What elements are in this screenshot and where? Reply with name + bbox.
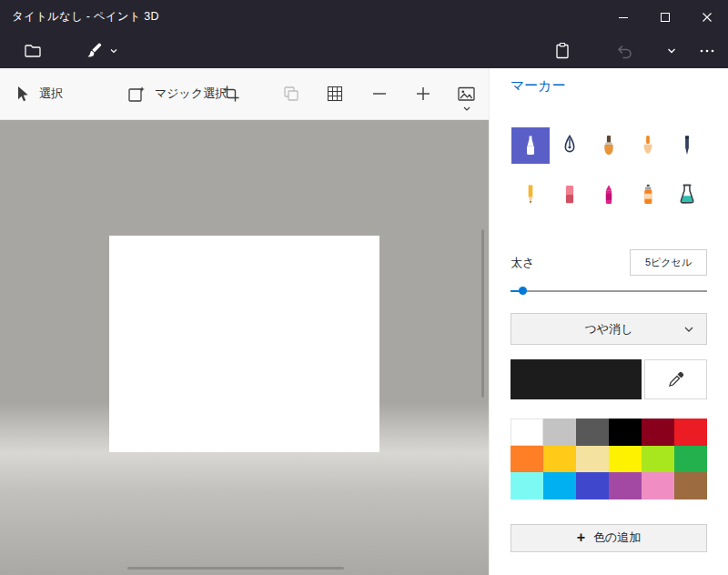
thickness-slider[interactable] <box>511 287 707 296</box>
palette-swatch[interactable] <box>609 446 642 473</box>
palette-swatch[interactable] <box>609 419 642 446</box>
finish-dropdown[interactable]: つや消し <box>511 313 707 345</box>
palette-swatch[interactable] <box>674 446 707 473</box>
maximize-button[interactable] <box>644 0 686 34</box>
vertical-scrollbar[interactable] <box>481 229 484 398</box>
palette-swatch[interactable] <box>576 472 609 499</box>
edit-toolbar: 選択 マジック選択 <box>0 68 489 120</box>
finish-selected-label: つや消し <box>585 321 633 338</box>
palette-swatch[interactable] <box>642 446 674 473</box>
horizontal-scrollbar[interactable] <box>127 567 344 570</box>
zoom-out-icon <box>370 85 389 103</box>
current-color-swatch[interactable] <box>511 359 642 399</box>
fill-icon <box>674 182 700 207</box>
slider-thumb[interactable] <box>519 287 527 295</box>
crop-icon <box>222 85 240 103</box>
brush-menu-button[interactable] <box>82 34 120 68</box>
oil-brush-icon <box>596 133 622 158</box>
tool-fill[interactable] <box>668 177 706 213</box>
more-options-button[interactable] <box>693 34 721 68</box>
window-controls <box>602 0 728 34</box>
thickness-label: 太さ <box>511 255 534 271</box>
current-color-row <box>511 359 707 399</box>
slider-track[interactable] <box>511 290 707 292</box>
crop-button[interactable] <box>222 68 240 119</box>
palette-swatch[interactable] <box>576 446 609 473</box>
grid-button[interactable] <box>326 68 344 119</box>
close-button[interactable] <box>686 0 728 34</box>
chevron-down-icon <box>683 325 694 334</box>
tool-pencil[interactable] <box>511 177 550 213</box>
menu-bar <box>0 34 728 68</box>
copy-icon <box>282 85 300 103</box>
window-title: タイトルなし - ペイント 3D <box>12 0 159 34</box>
zoom-in-button[interactable] <box>414 68 432 119</box>
open-folder-button[interactable] <box>20 34 46 68</box>
history-dropdown-button[interactable] <box>661 34 682 68</box>
tool-eraser[interactable] <box>551 177 589 213</box>
thickness-input[interactable] <box>630 249 707 276</box>
paste-icon <box>552 41 572 61</box>
add-color-label: 色の追加 <box>593 530 641 546</box>
eraser-icon <box>557 182 582 207</box>
tool-crayon[interactable] <box>590 177 628 213</box>
palette-swatch[interactable] <box>543 419 576 446</box>
zoom-in-icon <box>414 85 432 103</box>
spray-can-icon <box>635 182 661 207</box>
brush-icon <box>85 41 105 61</box>
magic-select-icon <box>127 85 147 104</box>
palette-swatch[interactable] <box>511 419 543 446</box>
marker-icon <box>518 133 543 158</box>
eyedropper-icon <box>667 370 685 388</box>
palette-swatch[interactable] <box>576 419 609 446</box>
close-icon <box>698 8 716 26</box>
insert-image-chevron-icon[interactable] <box>462 106 471 113</box>
palette-swatch[interactable] <box>674 419 707 446</box>
add-color-button[interactable]: + 色の追加 <box>511 524 707 552</box>
watercolor-icon <box>635 133 661 158</box>
tools-sidebar: マーカー <box>489 68 728 575</box>
palette-swatch[interactable] <box>642 472 674 499</box>
tool-oil-brush[interactable] <box>590 127 628 164</box>
brush-tools-grid <box>511 127 707 213</box>
more-ellipsis-icon <box>698 42 716 60</box>
palette-swatch[interactable] <box>674 472 707 499</box>
paint3d-window: タイトルなし - ペイント 3D <box>0 0 728 575</box>
palette-swatch[interactable] <box>543 472 576 499</box>
palette-swatch[interactable] <box>511 446 543 473</box>
pencil-icon <box>518 182 543 207</box>
title-bar: タイトルなし - ペイント 3D <box>0 0 728 34</box>
crayon-icon <box>596 182 622 207</box>
zoom-out-button[interactable] <box>370 68 389 119</box>
calligraphy-pen-icon <box>557 133 582 158</box>
tool-calligraphy-pen[interactable] <box>551 127 589 164</box>
workspace <box>0 120 489 575</box>
minimize-icon <box>614 8 632 26</box>
history-chevron-icon <box>666 45 677 56</box>
undo-button[interactable] <box>612 34 637 68</box>
select-label: 選択 <box>39 86 63 102</box>
tool-spray-can[interactable] <box>629 177 667 213</box>
folder-icon <box>23 41 43 61</box>
copy-button[interactable] <box>282 68 300 119</box>
minimize-button[interactable] <box>602 0 644 34</box>
tool-panel-title: マーカー <box>511 77 707 95</box>
insert-image-icon <box>457 85 476 104</box>
tool-watercolor[interactable] <box>629 127 667 164</box>
palette-swatch[interactable] <box>609 472 642 499</box>
plus-icon: + <box>577 530 585 545</box>
palette-swatch[interactable] <box>511 472 543 499</box>
eyedropper-button[interactable] <box>644 359 707 399</box>
paste-button[interactable] <box>550 34 575 68</box>
magic-select-button[interactable]: マジック選択 <box>127 68 227 119</box>
tool-pixel-pen[interactable] <box>668 127 706 164</box>
palette-swatch[interactable] <box>543 446 576 473</box>
select-button[interactable]: 選択 <box>13 68 63 119</box>
select-arrow-icon <box>13 85 31 103</box>
palette-swatch[interactable] <box>642 419 674 446</box>
drawing-canvas[interactable] <box>109 236 379 452</box>
brush-menu-chevron-icon <box>109 46 118 55</box>
magic-select-label: マジック選択 <box>155 86 227 102</box>
tool-marker[interactable] <box>511 127 550 164</box>
grid-icon <box>326 85 344 103</box>
